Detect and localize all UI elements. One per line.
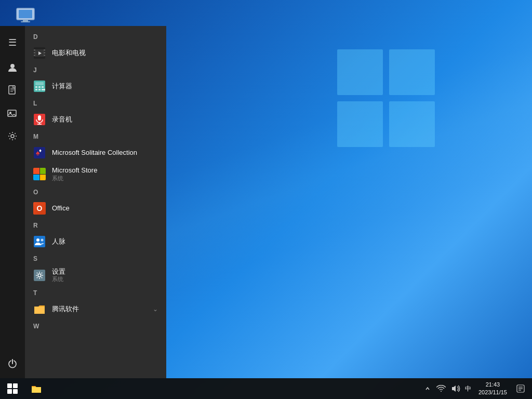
win-flag-q1 bbox=[7, 383, 12, 388]
clock-time: 21:43 bbox=[486, 381, 500, 389]
win-flag-q4 bbox=[13, 389, 18, 394]
voice-recorder-icon bbox=[33, 113, 46, 126]
store-icon-q3 bbox=[33, 175, 39, 181]
svg-rect-26 bbox=[35, 89, 37, 90]
svg-rect-30 bbox=[38, 115, 41, 121]
section-header-o: O bbox=[25, 185, 166, 198]
solitaire-icon: ♠ ♦ bbox=[33, 147, 46, 159]
svg-rect-7 bbox=[21, 21, 30, 22]
recorder-name: 录音机 bbox=[52, 115, 158, 124]
file-explorer-icon bbox=[31, 384, 42, 393]
calculator-icon bbox=[33, 80, 46, 92]
app-item-movies[interactable]: 电影和电视 bbox=[25, 43, 166, 63]
svg-text:♦: ♦ bbox=[39, 148, 42, 153]
start-button[interactable] bbox=[0, 378, 25, 399]
svg-rect-22 bbox=[35, 82, 44, 85]
svg-rect-19 bbox=[44, 52, 45, 54]
hamburger-button[interactable]: ☰ bbox=[2, 30, 23, 55]
app-item-tencent[interactable]: 腾讯软件 ⌄ bbox=[25, 299, 166, 320]
store-name: Microsoft Store bbox=[52, 166, 158, 175]
svg-rect-1 bbox=[389, 49, 435, 95]
app-item-people[interactable]: 人脉 bbox=[25, 231, 166, 252]
app-item-solitaire[interactable]: ♠ ♦ Microsoft Solitaire Collection bbox=[25, 142, 166, 163]
user-icon bbox=[7, 62, 18, 73]
sidebar-photos-icon[interactable] bbox=[2, 103, 23, 124]
section-header-d: D bbox=[25, 30, 166, 43]
system-tray: 中 21:43 2023/11/15 bbox=[418, 378, 532, 399]
svg-rect-17 bbox=[34, 55, 35, 56]
taskbar-file-explorer[interactable] bbox=[25, 378, 48, 399]
svg-rect-39 bbox=[34, 270, 45, 281]
start-menu: ☰ bbox=[0, 26, 166, 378]
sidebar-document-icon[interactable] bbox=[2, 80, 23, 101]
notification-center-button[interactable] bbox=[513, 378, 528, 399]
language-label: 中 bbox=[465, 384, 471, 393]
network-icon-button[interactable] bbox=[435, 378, 447, 399]
network-icon bbox=[436, 385, 446, 392]
this-pc-icon bbox=[16, 7, 36, 24]
taskbar: 中 21:43 2023/11/15 bbox=[0, 378, 532, 399]
office-icon-container: O bbox=[33, 202, 46, 215]
settings-info: 设置 系统 bbox=[52, 268, 158, 284]
svg-rect-36 bbox=[34, 236, 45, 247]
recorder-info: 录音机 bbox=[52, 115, 158, 124]
start-sidebar: ☰ bbox=[0, 26, 25, 378]
chevron-up-icon bbox=[425, 385, 430, 392]
svg-rect-2 bbox=[337, 101, 383, 147]
app-item-store[interactable]: Microsoft Store 系统 bbox=[25, 163, 166, 185]
movies-tv-info: 电影和电视 bbox=[52, 49, 158, 57]
win-flag-q3 bbox=[7, 389, 12, 394]
tencent-folder-icon bbox=[33, 303, 46, 315]
store-info: Microsoft Store 系统 bbox=[52, 166, 158, 182]
svg-rect-0 bbox=[337, 49, 383, 95]
office-name: Office bbox=[52, 204, 158, 212]
solitaire-name: Microsoft Solitaire Collection bbox=[52, 149, 158, 157]
app-item-recorder[interactable]: 录音机 bbox=[25, 109, 166, 130]
svg-rect-16 bbox=[34, 52, 35, 54]
app-item-settings[interactable]: 设置 系统 bbox=[25, 264, 166, 287]
store-sub: 系统 bbox=[52, 175, 158, 182]
settings-sub: 系统 bbox=[52, 275, 158, 283]
people-icon bbox=[33, 235, 46, 248]
document-icon bbox=[8, 85, 17, 96]
svg-rect-10 bbox=[8, 110, 16, 116]
show-hidden-icons-button[interactable] bbox=[422, 378, 433, 399]
tencent-info: 腾讯软件 bbox=[52, 305, 153, 313]
clock-button[interactable]: 21:43 2023/11/15 bbox=[474, 378, 511, 399]
svg-rect-15 bbox=[34, 49, 35, 51]
sidebar-user-icon[interactable] bbox=[2, 57, 23, 78]
office-icon: O bbox=[33, 202, 46, 215]
section-header-j: J bbox=[25, 63, 166, 76]
microsoft-store-icon bbox=[33, 168, 46, 180]
app-list: D 电影和电视 bbox=[25, 26, 166, 378]
svg-rect-27 bbox=[38, 89, 41, 90]
sidebar-power-icon[interactable] bbox=[2, 353, 23, 374]
svg-rect-5 bbox=[19, 10, 32, 18]
svg-rect-3 bbox=[389, 101, 435, 147]
calculator-name: 计算器 bbox=[52, 82, 158, 90]
windows-logo-decoration bbox=[337, 49, 436, 148]
notification-icon bbox=[516, 384, 525, 393]
solitaire-info: Microsoft Solitaire Collection bbox=[52, 149, 158, 157]
sidebar-settings-icon[interactable] bbox=[2, 126, 23, 147]
settings-name: 设置 bbox=[52, 268, 158, 276]
win-flag-q2 bbox=[13, 383, 18, 388]
photos-icon bbox=[7, 109, 18, 118]
clock-date: 2023/11/15 bbox=[478, 389, 507, 396]
volume-icon-button[interactable] bbox=[449, 378, 462, 399]
calculator-info: 计算器 bbox=[52, 82, 158, 90]
volume-icon bbox=[451, 384, 460, 393]
people-info: 人脉 bbox=[52, 237, 158, 246]
start-button-icon bbox=[7, 383, 18, 394]
tencent-name: 腾讯软件 bbox=[52, 305, 153, 313]
svg-point-38 bbox=[41, 238, 44, 241]
section-header-t: T bbox=[25, 286, 166, 299]
app-item-office[interactable]: O Office bbox=[25, 198, 166, 219]
svg-rect-28 bbox=[42, 89, 45, 90]
expand-arrow-icon: ⌄ bbox=[153, 305, 158, 313]
section-header-r: R bbox=[25, 219, 166, 231]
app-item-calculator[interactable]: 计算器 bbox=[25, 76, 166, 97]
language-button[interactable]: 中 bbox=[464, 378, 472, 399]
svg-point-12 bbox=[11, 135, 14, 138]
store-icon-q1 bbox=[33, 168, 39, 174]
